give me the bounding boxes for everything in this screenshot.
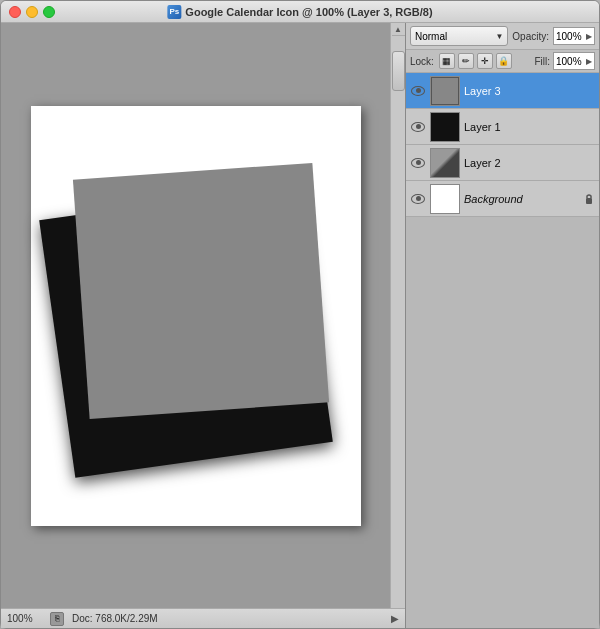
eye-icon [411, 194, 425, 204]
eye-icon [411, 122, 425, 132]
eye-icon [411, 158, 425, 168]
app-icon: Ps [167, 5, 181, 19]
gray-layer [72, 162, 328, 418]
layer3-name: Layer 3 [464, 85, 595, 97]
lock-label: Lock: [410, 56, 434, 67]
status-bar: 100% ⎘ Doc: 768.0K/2.29M ▶ [1, 608, 405, 628]
lock-fill-row: Lock: ▦ ✏ ✛ 🔒 Fill: 100% ▶ [406, 50, 599, 73]
opacity-stepper-icon[interactable]: ▶ [586, 32, 592, 41]
layer-row-background[interactable]: Background [406, 181, 599, 217]
fill-label: Fill: [534, 56, 550, 67]
vertical-scrollbar[interactable]: ▲ [390, 23, 405, 608]
lock-position-icon[interactable]: ✛ [477, 53, 493, 69]
photoshop-window: Ps Google Calendar Icon @ 100% (Layer 3,… [0, 0, 600, 629]
layer1-visibility[interactable] [410, 119, 426, 135]
background-visibility[interactable] [410, 191, 426, 207]
eye-icon [411, 86, 425, 96]
close-button[interactable] [9, 6, 21, 18]
layer2-visibility[interactable] [410, 155, 426, 171]
lock-image-icon[interactable]: ✏ [458, 53, 474, 69]
history-icon[interactable]: ⎘ [50, 612, 64, 626]
blend-opacity-row: Normal ▼ Opacity: 100% ▶ [406, 23, 599, 50]
eye-pupil [416, 160, 421, 165]
eye-pupil [416, 88, 421, 93]
layer3-thumb-content [431, 77, 459, 105]
svg-rect-0 [586, 198, 592, 204]
lock-all-icon[interactable]: 🔒 [496, 53, 512, 69]
title-text: Google Calendar Icon @ 100% (Layer 3, RG… [185, 6, 432, 18]
opacity-label: Opacity: [512, 31, 549, 42]
status-arrow[interactable]: ▶ [391, 613, 399, 624]
lock-transparent-icon[interactable]: ▦ [439, 53, 455, 69]
background-lock-icon [583, 192, 595, 206]
eye-pupil [416, 124, 421, 129]
window-title: Ps Google Calendar Icon @ 100% (Layer 3,… [167, 5, 432, 19]
canvas-wrapper: ▲ 100% ⎘ Doc: 768.0K/2.29M ▶ [1, 23, 405, 628]
layer2-name: Layer 2 [464, 157, 595, 169]
background-thumb-content [431, 185, 459, 213]
layer1-thumb-content [431, 113, 459, 141]
opacity-value: 100% [556, 31, 582, 42]
blend-mode-select[interactable]: Normal ▼ [410, 26, 508, 46]
layer-row-layer1[interactable]: Layer 1 [406, 109, 599, 145]
main-content: ▲ 100% ⎘ Doc: 768.0K/2.29M ▶ Normal ▼ Op… [1, 23, 599, 628]
canvas-area[interactable] [1, 23, 390, 608]
layer1-thumbnail [430, 112, 460, 142]
layer2-thumb-content [431, 149, 459, 177]
fill-input-wrapper[interactable]: 100% ▶ [553, 52, 595, 70]
maximize-button[interactable] [43, 6, 55, 18]
layer3-thumbnail [430, 76, 460, 106]
zoom-level: 100% [7, 613, 42, 624]
layer-row-layer2[interactable]: Layer 2 [406, 145, 599, 181]
scroll-up-arrow[interactable]: ▲ [392, 23, 405, 36]
opacity-input-wrapper[interactable]: 100% ▶ [553, 27, 595, 45]
canvas-scroll-area: ▲ [1, 23, 405, 608]
minimize-button[interactable] [26, 6, 38, 18]
layer1-name: Layer 1 [464, 121, 595, 133]
photoshop-canvas [31, 106, 361, 526]
traffic-lights [9, 6, 55, 18]
eye-pupil [416, 196, 421, 201]
title-bar: Ps Google Calendar Icon @ 100% (Layer 3,… [1, 1, 599, 23]
blend-arrow-icon: ▼ [495, 32, 503, 41]
doc-info: Doc: 768.0K/2.29M [72, 613, 383, 624]
blend-mode-value: Normal [415, 31, 447, 42]
background-name: Background [464, 193, 579, 205]
layer3-visibility[interactable] [410, 83, 426, 99]
layer-row-layer3[interactable]: Layer 3 [406, 73, 599, 109]
layer2-thumbnail [430, 148, 460, 178]
fill-value: 100% [556, 56, 582, 67]
background-thumbnail [430, 184, 460, 214]
fill-stepper-icon[interactable]: ▶ [586, 57, 592, 66]
vertical-scroll-thumb[interactable] [392, 51, 405, 91]
layers-panel: Normal ▼ Opacity: 100% ▶ Lock: ▦ ✏ ✛ 🔒 F… [405, 23, 599, 628]
